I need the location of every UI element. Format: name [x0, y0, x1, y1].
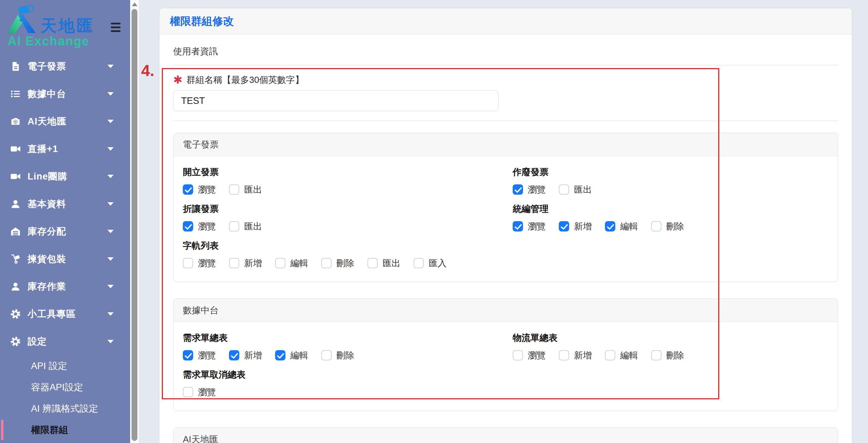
panel-body: 開立發票瀏覽匯出作廢發票瀏覽匯出折讓發票瀏覽匯出統編管理瀏覽新增編輯刪除字軌列表…: [174, 156, 838, 282]
permission-checkbox[interactable]: 刪除: [651, 220, 684, 233]
checkbox-checked-icon[interactable]: [275, 350, 285, 360]
chevron-down-icon: [107, 202, 114, 206]
checkbox-unchecked-icon[interactable]: [559, 350, 569, 360]
checkbox-checked-icon[interactable]: [229, 350, 239, 360]
checkbox-unchecked-icon[interactable]: [367, 258, 378, 268]
permission-checkbox[interactable]: 匯出: [559, 184, 592, 196]
checkbox-label: 新增: [574, 220, 592, 233]
sidebar-item[interactable]: Line團購: [0, 163, 130, 190]
permission-checkbox[interactable]: 編輯: [275, 257, 308, 269]
checkbox-unchecked-icon[interactable]: [229, 221, 239, 231]
gear-icon: [10, 336, 21, 347]
permission-column: 物流單總表瀏覽新增編輯刪除: [513, 332, 828, 369]
permission-checkbox[interactable]: 匯出: [367, 257, 400, 269]
sidebar-item[interactable]: 電子發票: [0, 53, 130, 80]
checkbox-checked-icon[interactable]: [559, 221, 569, 231]
video-icon: [10, 144, 21, 154]
permission-checkbox[interactable]: 新增: [229, 257, 262, 269]
checkbox-label: 瀏覽: [198, 257, 216, 269]
checkbox-unchecked-icon[interactable]: [651, 221, 661, 231]
sidebar-item[interactable]: 數據中台: [0, 80, 130, 108]
permission-checkbox[interactable]: 瀏覽: [183, 257, 216, 269]
permission-column: 作廢發票瀏覽匯出: [513, 166, 828, 203]
checkbox-unchecked-icon[interactable]: [275, 258, 285, 268]
sidebar-item[interactable]: 揀貨包裝: [0, 245, 130, 273]
permission-checkbox[interactable]: 刪除: [321, 257, 354, 269]
sidebar-subitem[interactable]: API 設定: [0, 355, 130, 377]
permission-checkbox[interactable]: 瀏覽: [513, 220, 546, 233]
checkbox-unchecked-icon[interactable]: [559, 184, 569, 195]
permission-group-heading: 作廢發票: [513, 166, 828, 178]
checkbox-unchecked-icon[interactable]: [605, 350, 615, 360]
checkbox-label: 編輯: [620, 220, 638, 233]
permission-row: 折讓發票瀏覽匯出統編管理瀏覽新增編輯刪除: [183, 203, 828, 240]
permission-column: 需求單取消總表瀏覽: [183, 369, 828, 406]
checkbox-unchecked-icon[interactable]: [321, 258, 332, 268]
sidebar-item[interactable]: 庫存分配: [0, 218, 130, 245]
sidebar-item[interactable]: 設定: [0, 328, 130, 355]
checkbox-unchecked-icon[interactable]: [229, 258, 239, 268]
checkbox-unchecked-icon[interactable]: [229, 184, 239, 195]
checkbox-row: 瀏覽匯出: [183, 183, 513, 196]
permission-group-heading: 字軌列表: [183, 240, 828, 251]
permission-checkbox[interactable]: 匯出: [229, 184, 262, 196]
checkbox-unchecked-icon[interactable]: [414, 258, 424, 268]
sidebar-subitem[interactable]: 容器API設定: [0, 377, 130, 398]
checkbox-unchecked-icon[interactable]: [513, 350, 523, 360]
checkbox-checked-icon[interactable]: [605, 221, 615, 231]
permission-checkbox[interactable]: 編輯: [605, 349, 638, 361]
permission-checkbox[interactable]: 刪除: [651, 349, 684, 361]
scroll-up-arrow-icon[interactable]: [132, 2, 137, 6]
permission-checkbox[interactable]: 編輯: [605, 220, 638, 233]
group-name-input[interactable]: [173, 90, 499, 111]
checkbox-unchecked-icon[interactable]: [651, 350, 661, 360]
checkbox-row: 瀏覽新增編輯刪除匯出匯入: [183, 257, 828, 269]
permission-column: 折讓發票瀏覽匯出: [183, 203, 513, 240]
brand-name-cn: 天地匯: [41, 15, 94, 37]
group-name-label-row: ✱ 群組名稱【最多30個英數字】: [173, 74, 838, 86]
checkbox-checked-icon[interactable]: [513, 184, 523, 195]
sidebar-item[interactable]: 直播+1: [0, 135, 130, 163]
sidebar-item-label: 庫存作業: [28, 280, 66, 293]
checkbox-checked-icon[interactable]: [183, 221, 193, 231]
user-info-label: 使用者資訊: [173, 46, 838, 57]
permission-checkbox[interactable]: 匯入: [414, 257, 447, 269]
sidebar-item-label: 數據中台: [28, 88, 66, 100]
permission-checkbox[interactable]: 瀏覽: [183, 386, 216, 398]
checkbox-label: 刪除: [666, 220, 684, 233]
checkbox-checked-icon[interactable]: [183, 184, 193, 195]
permission-group-heading: 開立發票: [183, 166, 513, 178]
permission-checkbox[interactable]: 刪除: [321, 349, 354, 361]
permission-checkbox[interactable]: 新增: [229, 349, 262, 361]
divider: [173, 65, 838, 65]
sidebar-subitem[interactable]: AI 辨識格式設定: [0, 398, 130, 419]
checkbox-unchecked-icon[interactable]: [321, 350, 332, 360]
checkbox-checked-icon[interactable]: [183, 350, 193, 360]
checkbox-label: 匯入: [429, 257, 447, 269]
permission-checkbox[interactable]: 編輯: [275, 349, 308, 361]
sidebar-item[interactable]: 小工具專區: [0, 300, 130, 328]
sidebar-scrollbar-thumb[interactable]: [132, 9, 137, 441]
checkbox-unchecked-icon[interactable]: [183, 258, 193, 268]
sidebar-item[interactable]: 基本資料: [0, 190, 130, 218]
permission-checkbox[interactable]: 匯出: [229, 220, 262, 233]
checkbox-row: 瀏覽新增編輯刪除: [183, 349, 513, 361]
permission-checkbox[interactable]: 瀏覽: [513, 349, 546, 361]
checkbox-label: 匯出: [244, 184, 262, 196]
permission-checkbox[interactable]: 瀏覽: [513, 184, 546, 196]
sidebar-item[interactable]: AI天地匯: [0, 108, 130, 135]
sidebar-scrollbar[interactable]: [130, 0, 139, 443]
sidebar-subitem-active[interactable]: 權限群組: [0, 419, 130, 441]
permission-checkbox[interactable]: 瀏覽: [183, 220, 216, 233]
permission-checkbox[interactable]: 新增: [559, 220, 592, 233]
sidebar-submenu: API 設定容器API設定AI 辨識格式設定權限群組: [0, 355, 130, 441]
checkbox-row: 瀏覽匯出: [513, 183, 828, 196]
sidebar-item[interactable]: 庫存作業: [0, 273, 130, 300]
permission-checkbox[interactable]: 瀏覽: [183, 349, 216, 361]
permission-checkbox[interactable]: 瀏覽: [183, 184, 216, 196]
permission-row: 字軌列表瀏覽新增編輯刪除匯出匯入: [183, 240, 828, 277]
checkbox-unchecked-icon[interactable]: [183, 387, 193, 397]
checkbox-checked-icon[interactable]: [513, 221, 523, 231]
permission-checkbox[interactable]: 新增: [559, 349, 592, 361]
menu-toggle-icon[interactable]: [111, 23, 121, 34]
